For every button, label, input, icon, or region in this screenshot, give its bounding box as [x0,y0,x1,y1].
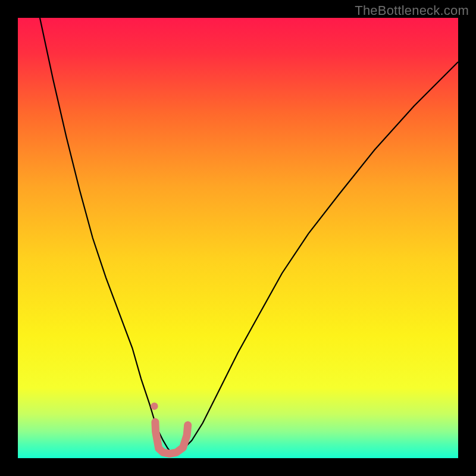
watermark-text: TheBottleneck.com [355,3,469,18]
bottleneck-chart [18,18,458,458]
chart-frame: TheBottleneck.com [0,0,476,476]
chart-background [18,18,458,458]
valley-highlight-entry-dot [151,402,158,409]
